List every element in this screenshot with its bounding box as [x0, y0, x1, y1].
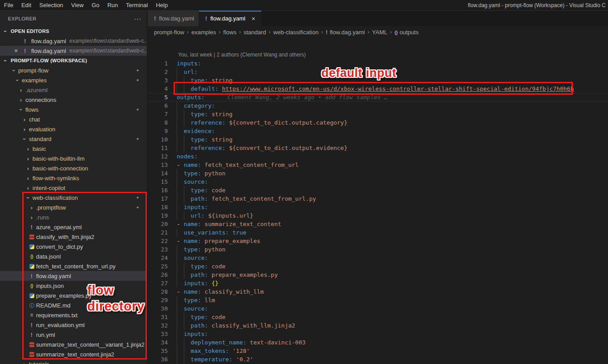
code-line-24[interactable]: 24 source:	[148, 254, 608, 262]
tree-folder-evaluation[interactable]: ›evaluation	[0, 124, 147, 134]
tree-file-summarize_text_content.jinja2[interactable]: summarize_text_content.jinja2	[0, 349, 147, 359]
code-line-12[interactable]: 12nodes:	[148, 152, 608, 161]
code-line-36[interactable]: 36 temperature: '0.2'	[148, 355, 608, 364]
menu-view[interactable]: View	[67, 2, 88, 8]
tree-folder-.azureml[interactable]: ›.azureml	[0, 85, 147, 95]
tree-file-run.yml[interactable]: !run.yml	[0, 330, 147, 340]
code-editor[interactable]: You, last week | 2 authors (Clement Wang…	[148, 38, 608, 364]
code-line-26[interactable]: 26 path: prepare_examples.py	[148, 271, 608, 279]
code-line-29[interactable]: 29 type: llm	[148, 296, 608, 304]
code-line-16[interactable]: 16 type: code	[148, 186, 608, 194]
breadcrumb-item-flow.dag.yaml[interactable]: !flow.dag.yaml	[326, 29, 365, 36]
code-line-27[interactable]: 27 inputs: {}	[148, 279, 608, 287]
tree-folder-.runs[interactable]: ›.runs	[0, 212, 147, 222]
menu-run[interactable]: Run	[103, 2, 122, 8]
code-line-15[interactable]: 15 source:	[148, 178, 608, 186]
code-line-2[interactable]: 2 url:	[148, 68, 608, 76]
tree-file-classify_with_llm.jinja2[interactable]: classify_with_llm.jinja2	[0, 232, 147, 242]
menu-terminal[interactable]: Terminal	[122, 2, 152, 8]
tree-folder-flow-with-symlinks[interactable]: ›flow-with-symlinks	[0, 173, 147, 183]
tree-file-fetch_text_content_from_url.py[interactable]: fetch_text_content_from_url.py	[0, 261, 147, 271]
breadcrumb-item-prompt-flow[interactable]: prompt-flow	[154, 29, 184, 36]
code-line-25[interactable]: 25 type: code	[148, 262, 608, 271]
code-line-text: type: code	[177, 186, 226, 194]
code-line-4[interactable]: 4 default: https://www.microsoft.com/en-…	[148, 85, 608, 93]
code-line-30[interactable]: 30 source:	[148, 304, 608, 313]
code-line-31[interactable]: 31 type: code	[148, 313, 608, 321]
tree-folder-.promptflow[interactable]: ›.promptflow●	[0, 202, 147, 212]
tree-folder-basic-with-connection[interactable]: ›basic-with-connection	[0, 163, 147, 173]
code-line-28[interactable]: 28- name: classify_with_llm	[148, 287, 608, 296]
code-line-5[interactable]: 5outputs:Clement Wang, 2 weeks ago • add…	[148, 93, 608, 101]
tree-folder-flows[interactable]: ›flows●	[0, 105, 147, 114]
code-line-1[interactable]: 1inputs:	[148, 59, 608, 68]
tree-file-flow.dag.yaml[interactable]: !flow.dag.yaml	[0, 271, 147, 281]
window-title: flow.dag.yaml - prompt-flow (Workspace) …	[468, 0, 608, 11]
tree-file-requirements.txt[interactable]: ≡requirements.txt	[0, 310, 147, 320]
indent-guide	[184, 347, 184, 355]
code-line-21[interactable]: 21 use_variants: true	[148, 228, 608, 237]
breadcrumb-item-web-classification[interactable]: web-classification	[273, 29, 319, 36]
code-line-18[interactable]: 18 inputs:	[148, 203, 608, 211]
menu-file[interactable]: File	[0, 2, 17, 8]
tree-file-run_evaluation.yml[interactable]: !run_evaluation.yml	[0, 320, 147, 330]
tree-file-prepare_examples.py[interactable]: prepare_examples.py	[0, 291, 147, 300]
breadcrumb-item-examples[interactable]: examples	[191, 29, 216, 36]
open-editors-section-header[interactable]: › OPEN EDITORS	[0, 26, 147, 36]
breadcrumb-item-standard[interactable]: standard	[243, 29, 266, 36]
tree-folder-prompt-flow[interactable]: ›prompt-flow●	[0, 65, 147, 75]
tree-folder-connections[interactable]: ›connections	[0, 95, 147, 105]
code-line-19[interactable]: 19 url: ${inputs.url}	[148, 211, 608, 220]
menu-edit[interactable]: Edit	[17, 2, 35, 8]
token-key: path:	[191, 322, 208, 329]
code-line-23[interactable]: 23 type: python	[148, 245, 608, 254]
tree-folder-basic-with-builtin-llm[interactable]: ›basic-with-builtin-llm	[0, 154, 147, 163]
tab-flow.dag.yaml-inactive[interactable]: !flow.dag.yaml	[148, 11, 199, 26]
close-icon[interactable]: ×	[250, 15, 257, 22]
code-line-13[interactable]: 13- name: fetch_text_content_from_url	[148, 161, 608, 169]
tree-file-summarize_text_content__variant_1.jinja2[interactable]: summarize_text_content__variant_1.jinja2	[0, 340, 147, 349]
tree-file-azure_openai.yml[interactable]: !azure_openai.yml	[0, 222, 147, 232]
tree-file-README.md[interactable]: iREADME.md	[0, 300, 147, 310]
tree-folder-basic[interactable]: ›basic	[0, 144, 147, 154]
code-line-33[interactable]: 33 inputs:	[148, 330, 608, 338]
more-actions-icon[interactable]: ···	[134, 15, 142, 22]
close-icon[interactable]: ×	[12, 47, 20, 54]
tree-folder-standard[interactable]: ›standard●	[0, 134, 147, 144]
menu-help[interactable]: Help	[152, 2, 172, 8]
tree-file-inputs.json[interactable]: {}inputs.json	[0, 281, 147, 291]
workspace-section-header[interactable]: › PROMPT-FLOW (WORKSPACE)	[0, 56, 147, 65]
code-line-6[interactable]: 6 category:	[148, 101, 608, 110]
open-editor-item[interactable]: !flow.dag.yamlexamples\flows\standard\we…	[0, 36, 147, 46]
code-line-22[interactable]: 22- name: prepare_examples	[148, 237, 608, 245]
code-line-8[interactable]: 8 reference: ${convert_to_dict.output.ca…	[148, 118, 608, 127]
breadcrumb-item-outputs[interactable]: {}outputs	[394, 29, 418, 36]
code-line-3[interactable]: 3 type: string	[148, 76, 608, 85]
menu-go[interactable]: Go	[88, 2, 103, 8]
tree-folder-tutorials[interactable]: ›tutorials	[0, 359, 147, 364]
tree-folder-chat[interactable]: ›chat	[0, 114, 147, 124]
code-line-32[interactable]: 32 path: classify_with_llm.jinja2	[148, 321, 608, 330]
json-file-icon: {}	[30, 283, 33, 288]
tree-file-convert_to_dict.py[interactable]: convert_to_dict.py	[0, 242, 147, 251]
breadcrumb-item-YAML[interactable]: YAML	[372, 29, 387, 36]
tree-folder-web-classification[interactable]: ›web-classification●	[0, 193, 147, 202]
codelens-authors[interactable]: You, last week | 2 authors (Clement Wang…	[178, 51, 608, 59]
code-line-9[interactable]: 9 evidence:	[148, 127, 608, 135]
tree-folder-intent-copilot[interactable]: ›intent-copilot	[0, 183, 147, 193]
code-line-34[interactable]: 34 deployment_name: text-davinci-003	[148, 338, 608, 347]
tab-flow.dag.yaml-active[interactable]: !flow.dag.yaml×	[199, 11, 262, 26]
code-line-35[interactable]: 35 max_tokens: '128'	[148, 347, 608, 355]
tree-file-data.jsonl[interactable]: {}data.jsonl	[0, 251, 147, 261]
open-editor-item[interactable]: ×!flow.dag.yamlexamples\flows\standard\w…	[0, 46, 147, 56]
code-line-20[interactable]: 20- name: summarize_text_content	[148, 220, 608, 228]
tree-folder-examples[interactable]: ›examples●	[0, 75, 147, 85]
breadcrumb-item-flows[interactable]: flows	[223, 29, 237, 36]
token-plain	[177, 69, 184, 75]
code-line-17[interactable]: 17 path: fetch_text_content_from_url.py	[148, 194, 608, 203]
code-line-11[interactable]: 11 reference: ${convert_to_dict.output.e…	[148, 144, 608, 152]
code-line-7[interactable]: 7 type: string	[148, 110, 608, 118]
code-line-14[interactable]: 14 type: python	[148, 169, 608, 178]
code-line-10[interactable]: 10 type: string	[148, 135, 608, 144]
menu-selection[interactable]: Selection	[35, 2, 67, 8]
